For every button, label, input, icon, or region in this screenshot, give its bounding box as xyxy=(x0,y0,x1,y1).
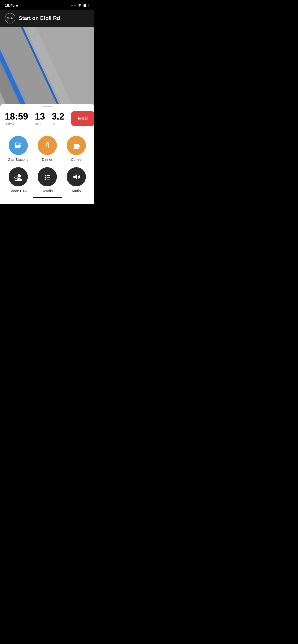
svg-rect-10 xyxy=(20,144,21,146)
audio-circle xyxy=(67,167,86,186)
status-bar: 18:46 xyxy=(0,0,94,10)
svg-point-23 xyxy=(45,178,46,180)
svg-point-19 xyxy=(45,175,46,176)
gas-stations-item[interactable]: Gas Stations xyxy=(5,136,32,162)
dinner-item[interactable]: Dinner xyxy=(34,136,60,162)
share-eta-label: Share ETA xyxy=(9,189,27,193)
coffee-icon xyxy=(72,141,81,150)
details-item[interactable]: Details xyxy=(34,167,60,193)
nav-instruction: Start on Etoll Rd xyxy=(19,15,60,21)
arrival-label: arrival xyxy=(5,122,28,126)
svg-point-4 xyxy=(8,18,9,19)
coffee-item[interactable]: Coffee xyxy=(63,136,89,162)
route-icon xyxy=(7,16,13,20)
coffee-label: Coffee xyxy=(71,158,82,162)
dinner-label: Dinner xyxy=(42,158,52,162)
duration-label: min xyxy=(35,122,45,126)
share-eta-circle xyxy=(9,167,28,186)
svg-rect-2 xyxy=(84,4,86,7)
svg-rect-20 xyxy=(47,175,50,176)
svg-marker-25 xyxy=(73,174,77,180)
svg-rect-13 xyxy=(45,147,50,147)
status-time: 18:46 xyxy=(5,3,19,8)
audio-item[interactable]: Audio xyxy=(63,167,89,193)
svg-point-21 xyxy=(45,176,46,178)
distance-value: 3.2 xyxy=(52,112,64,121)
bottom-sheet: 18:59 arrival 13 min 3.2 mi End Ga xyxy=(0,104,94,204)
distance-stat: 3.2 mi xyxy=(52,112,64,126)
gas-stations-label: Gas Stations xyxy=(8,158,29,162)
action-grid: Gas Stations Dinner xyxy=(0,136,94,193)
svg-rect-22 xyxy=(47,177,50,178)
details-circle xyxy=(38,167,57,186)
drag-handle[interactable] xyxy=(43,106,52,107)
gas-pump-icon xyxy=(14,141,23,150)
signal-dots xyxy=(71,5,76,6)
distance-label: mi xyxy=(52,122,64,126)
divider xyxy=(5,130,89,130)
share-eta-icon xyxy=(13,172,24,182)
dinner-icon xyxy=(43,141,52,150)
svg-point-15 xyxy=(18,174,21,178)
duration-stat: 13 min xyxy=(35,112,45,126)
svg-rect-12 xyxy=(48,144,49,148)
status-icons xyxy=(71,4,89,7)
arrival-time: 18:59 xyxy=(5,112,28,121)
svg-rect-18 xyxy=(16,178,16,180)
coffee-circle xyxy=(67,136,86,155)
svg-rect-9 xyxy=(16,143,19,145)
details-icon xyxy=(43,172,52,182)
dinner-circle xyxy=(38,136,57,155)
svg-rect-14 xyxy=(73,148,79,149)
svg-rect-11 xyxy=(46,142,47,146)
nav-icon xyxy=(5,13,15,24)
details-label: Details xyxy=(42,189,53,193)
trip-info: 18:59 arrival 13 min 3.2 mi End xyxy=(0,111,94,130)
svg-marker-6 xyxy=(11,17,13,19)
battery-icon xyxy=(83,4,89,7)
share-eta-item[interactable]: Share ETA xyxy=(5,167,32,193)
duration-value: 13 xyxy=(35,112,45,121)
gas-stations-circle xyxy=(9,136,28,155)
audio-icon xyxy=(72,172,81,182)
nav-header: Start on Etoll Rd xyxy=(0,10,94,27)
svg-rect-24 xyxy=(47,179,50,180)
end-button[interactable]: End xyxy=(71,111,94,126)
home-indicator xyxy=(33,197,62,198)
svg-marker-0 xyxy=(16,4,19,7)
arrival-stat: 18:59 arrival xyxy=(5,112,28,126)
wifi-icon xyxy=(77,4,82,7)
audio-label: Audio xyxy=(72,189,81,193)
